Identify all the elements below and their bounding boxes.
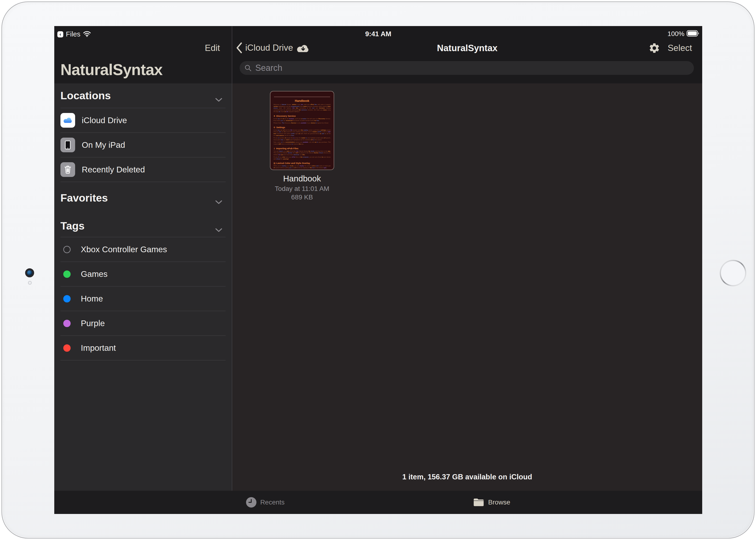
favorites-label: Favorites [61,192,108,204]
screen: Edit NaturalSyntax Locations iCloud Driv… [54,26,702,514]
file-name: Handbook [270,174,334,183]
wifi-icon [83,31,91,38]
thumb-section: ❖Discovery Service At the top left of th… [274,115,331,124]
battery-percent: 100% [667,30,684,38]
section-header-tags[interactable]: Tags [61,220,226,232]
import-icon: ⇩ [274,147,275,150]
home-button-inner [721,261,745,285]
search-bar[interactable] [240,61,694,75]
light-sensor [28,281,32,285]
items-status-text: 1 item, 156.37 GB available on iCloud [232,473,702,481]
folder-icon [473,498,485,507]
sidebar-item-label: iCloud Drive [82,116,127,125]
tab-label: Recents [260,498,284,506]
thumb-section-title: Settings [276,126,285,129]
thumb-paragraph: While you're reading your book, you can … [274,165,331,169]
tag-item-games[interactable]: Games [61,262,226,287]
tag-label: Games [81,269,107,279]
thumb-section: ▤Lexical Color and Style Overlay While y… [274,162,331,169]
thumb-paragraph: Welcome to Natural Syntax, within it you… [274,104,331,113]
sidebar-app-title: NaturalSyntax [61,61,163,78]
status-app-name: Files [66,30,80,38]
page-title: NaturalSyntax [232,43,702,53]
main-header: iCloud Drive NaturalSyntax Select [232,26,702,83]
tag-item-purple[interactable]: Purple [61,311,226,336]
front-camera [25,268,34,277]
locations-list: iCloud Drive On My iPad [61,108,226,182]
pane-divider [232,26,232,514]
clock-icon [246,497,257,508]
thumb-doc-title: Handbook [274,99,331,102]
tags-list: Xbox Controller Games Games Home Purple … [61,237,226,360]
sidebar-item-on-my-ipad[interactable]: On My iPad [61,133,226,158]
gear-icon[interactable] [649,42,660,55]
thumb-section: ⇩Importing ePub Files You can import you… [274,147,331,160]
sidebar-item-label: Recently Deleted [82,165,145,174]
status-time: 9:41 AM [365,30,391,38]
chevron-down-icon[interactable] [215,223,222,235]
thumb-paragraph: Pro tip: a number of people like to setu… [274,137,331,141]
tab-bar: Recents Browse [54,491,702,514]
chevron-left-icon: ‹ [60,32,61,37]
tag-item-xbox-controller-games[interactable]: Xbox Controller Games [61,237,226,262]
ipad-icon [61,138,75,152]
tag-label: Home [81,294,103,303]
icloud-drive-icon [61,113,75,128]
tab-browse[interactable]: Browse [473,491,510,514]
trash-icon [61,162,75,177]
tab-label: Browse [488,498,510,506]
edit-button[interactable]: Edit [205,43,220,53]
tag-circle-icon [63,295,71,303]
tag-circle-icon [63,320,71,327]
sidebar: Edit NaturalSyntax Locations iCloud Driv… [54,26,232,514]
status-bar-left: ‹ Files [57,30,91,38]
tag-circle-icon [63,344,71,352]
chevron-down-icon[interactable] [215,195,222,207]
file-thumbnail: Handbook Welcome to Natural Syntax, with… [270,91,334,170]
locations-label: Locations [61,89,111,102]
file-size: 689 KB [270,194,334,201]
thumb-section-title: Lexical Color and Style Overlay [276,162,310,164]
tag-label: Important [81,343,116,353]
search-icon [244,64,252,72]
sidebar-item-icloud-drive[interactable]: iCloud Drive [61,108,226,133]
gear-icon: ⚙ [274,126,276,129]
thumb-paragraph: Please Note: The Discovery Service is on… [274,122,331,124]
thumb-paragraph: At the top right of both the file browse… [274,129,331,136]
file-item-handbook[interactable]: Handbook Welcome to Natural Syntax, with… [270,91,334,201]
discovery-icon: ❖ [274,115,276,117]
tag-circle-icon [63,270,71,278]
home-button [720,260,746,286]
tag-item-important[interactable]: Important [61,336,226,360]
battery-icon [686,30,699,38]
tag-label: Xbox Controller Games [81,245,167,254]
thumb-section-title: Discovery Service [276,115,296,117]
file-modified-date: Today at 11:01 AM [270,185,334,193]
thumb-section-title: Importing ePub Files [276,147,298,150]
thumb-divider [274,97,330,97]
sidebar-item-recently-deleted[interactable]: Recently Deleted [61,158,226,182]
thumb-paragraph: Note: some of the customization options … [274,141,331,145]
thumb-paragraph: At the top left of the file browser, you… [274,118,331,121]
thumb-section: ⚙Settings At the top right of both the f… [274,126,331,145]
thumb-paragraph: You can import your own ePub files into … [274,150,331,156]
tags-label: Tags [61,220,85,232]
section-header-favorites[interactable]: Favorites [61,192,226,204]
chevron-down-icon[interactable] [215,92,222,105]
back-to-app-badge[interactable]: ‹ [57,31,63,38]
search-input[interactable] [255,63,689,73]
tag-label: Purple [81,319,105,328]
thumb-paragraph: Pro tip: If you only have your ePub file… [274,156,331,160]
tag-circle-icon [63,246,71,253]
select-button[interactable]: Select [667,43,692,53]
overlay-icon: ▤ [274,162,276,164]
tag-item-home[interactable]: Home [61,287,226,311]
section-header-locations[interactable]: Locations [61,89,226,102]
tab-recents[interactable]: Recents [246,491,284,514]
main-pane: iCloud Drive NaturalSyntax Select [232,26,702,514]
status-bar-right: 100% [667,30,699,38]
sidebar-item-label: On My iPad [82,140,125,150]
